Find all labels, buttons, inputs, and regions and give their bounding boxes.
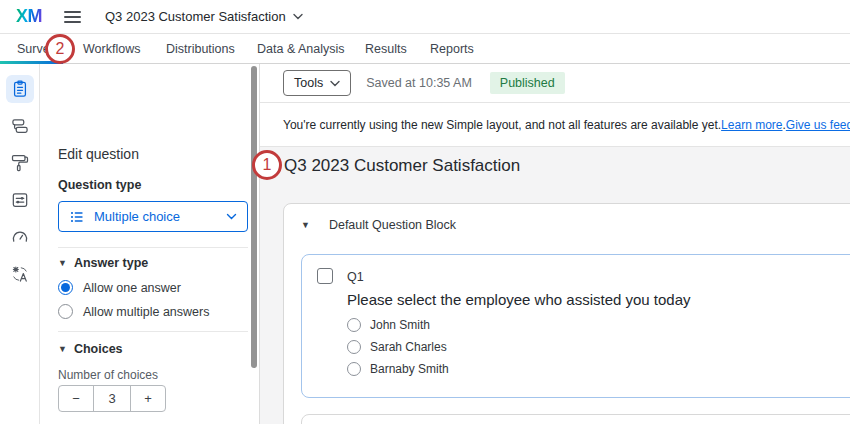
stepper-value: 3 (93, 386, 131, 411)
rail-item-translations[interactable] (6, 260, 34, 288)
answer-type-section-header[interactable]: ▼ Answer type (58, 256, 148, 270)
choice-option[interactable]: Barnaby Smith (347, 362, 449, 376)
translate-icon (10, 264, 30, 284)
radio-allow-one-answer[interactable]: Allow one answer (58, 280, 181, 295)
number-of-choices-label: Number of choices (58, 368, 158, 382)
chevron-down-icon (330, 80, 340, 87)
qualtrics-survey-editor: XM Q3 2023 Customer Satisfaction Survey … (0, 0, 850, 424)
clipboard-icon (10, 79, 30, 99)
radio-label: Allow multiple answers (83, 305, 209, 319)
tab-workflows[interactable]: Workflows (83, 34, 140, 64)
choice-label: John Smith (370, 318, 430, 332)
editor-toolbar: Tools Saved at 10:35 AM Published (260, 64, 850, 103)
caret-down-icon: ▼ (58, 258, 67, 268)
hamburger-menu-icon[interactable] (64, 11, 81, 23)
stepper-plus-button[interactable]: + (131, 386, 165, 411)
question-card-q1[interactable]: Q1 Please select the employee who assist… (301, 254, 850, 398)
radio-unselected-icon (347, 340, 361, 354)
panel-title: Edit question (58, 146, 139, 162)
choice-option[interactable]: John Smith (347, 318, 449, 332)
sliders-icon (10, 190, 30, 210)
answer-type-label: Answer type (74, 256, 148, 270)
radio-selected-icon (58, 280, 73, 295)
rail-item-survey-options[interactable] (6, 186, 34, 214)
tools-button[interactable]: Tools (283, 70, 351, 96)
rail-item-look-and-feel[interactable] (6, 149, 34, 177)
question-type-value: Multiple choice (94, 209, 180, 224)
question-block-card: ▼ Default Question Block Q1 Please selec… (283, 203, 850, 424)
question-options: John Smith Sarah Charles Barnaby Smith (347, 318, 449, 376)
tools-button-label: Tools (294, 76, 323, 90)
caret-down-icon[interactable]: ▼ (301, 220, 310, 230)
simple-layout-notice: You're currently using the new Simple la… (260, 103, 850, 147)
multiple-choice-icon (69, 209, 85, 225)
rail-item-quotas[interactable] (6, 223, 34, 251)
give-feedback-link[interactable]: Give us feedback (786, 118, 850, 132)
choice-option[interactable]: Sarah Charles (347, 340, 449, 354)
xm-logo: XM (16, 6, 42, 27)
survey-title[interactable]: Q3 2023 Customer Satisfaction (284, 156, 520, 176)
flow-blocks-icon (10, 116, 30, 136)
main-content: Tools Saved at 10:35 AM Published You're… (260, 64, 850, 424)
stepper-minus-button[interactable]: − (59, 386, 93, 411)
panel-scrollbar[interactable] (251, 66, 257, 368)
notice-text: You're currently using the new Simple la… (283, 118, 721, 132)
question-id: Q1 (347, 270, 364, 284)
published-badge: Published (490, 72, 565, 94)
gauge-icon (10, 227, 30, 247)
chevron-down-icon (226, 213, 237, 220)
choices-section-header[interactable]: ▼ Choices (58, 342, 123, 356)
question-type-dropdown[interactable]: Multiple choice (58, 201, 248, 232)
project-title[interactable]: Q3 2023 Customer Satisfaction (105, 9, 286, 24)
tab-results[interactable]: Results (365, 34, 407, 64)
tab-reports[interactable]: Reports (430, 34, 474, 64)
divider (58, 247, 248, 248)
chevron-down-icon[interactable] (293, 13, 303, 20)
radio-unselected-icon (58, 304, 73, 319)
learn-more-link[interactable]: Learn more (721, 118, 782, 132)
block-label: Default Question Block (329, 218, 456, 232)
main-nav-tabs: Survey Workflows Distributions Data & An… (0, 34, 850, 64)
choices-label: Choices (74, 342, 123, 356)
annotation-circle-1: 1 (252, 150, 282, 180)
radio-unselected-icon (347, 318, 361, 332)
saved-status-text: Saved at 10:35 AM (366, 76, 472, 90)
paint-roller-icon (10, 153, 30, 173)
choices-count-stepper: − 3 + (58, 385, 166, 412)
radio-unselected-icon (347, 362, 361, 376)
survey-canvas: Q3 2023 Customer Satisfaction ▼ Default … (260, 147, 850, 424)
caret-down-icon: ▼ (58, 344, 67, 354)
next-question-card-partial[interactable] (301, 414, 850, 424)
question-checkbox[interactable] (317, 268, 333, 284)
builder-icon-rail (0, 64, 40, 424)
choice-label: Barnaby Smith (370, 362, 449, 376)
tab-data-analysis[interactable]: Data & Analysis (257, 34, 345, 64)
rail-item-survey-builder[interactable] (6, 75, 34, 103)
question-type-label: Question type (58, 178, 141, 192)
annotation-circle-2: 2 (45, 34, 75, 64)
question-text[interactable]: Please select the employee who assisted … (347, 291, 691, 308)
radio-allow-multiple-answers[interactable]: Allow multiple answers (58, 304, 209, 319)
radio-label: Allow one answer (83, 281, 181, 295)
rail-item-survey-flow[interactable] (6, 112, 34, 140)
tab-distributions[interactable]: Distributions (166, 34, 235, 64)
block-header[interactable]: ▼ Default Question Block (301, 218, 456, 232)
divider (58, 331, 248, 332)
top-bar: XM Q3 2023 Customer Satisfaction (0, 0, 850, 34)
choice-label: Sarah Charles (370, 340, 447, 354)
edit-question-panel: Edit question Question type Multiple cho… (40, 64, 260, 424)
